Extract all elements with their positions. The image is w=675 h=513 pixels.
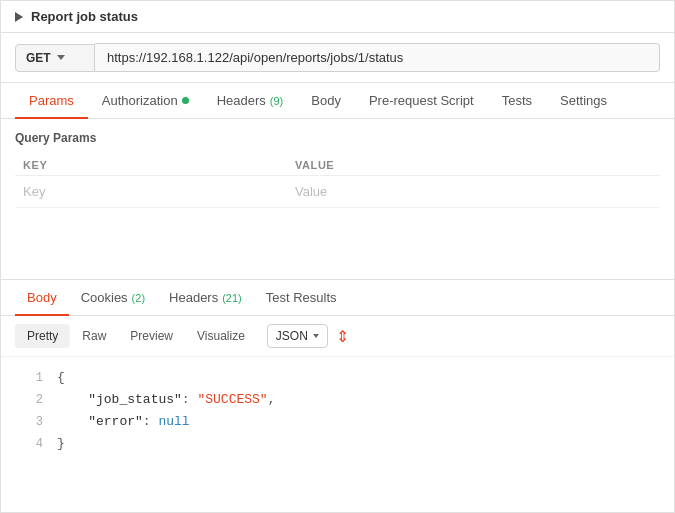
tab-settings[interactable]: Settings [546, 83, 621, 118]
json-label: JSON [276, 329, 308, 343]
code-content-3: "error": null [57, 411, 190, 433]
response-tab-test-results[interactable]: Test Results [254, 280, 349, 315]
report-header: Report job status [1, 1, 674, 33]
main-container: Report job status GET Params Authorizati… [0, 0, 675, 513]
code-line-1: 1 { [15, 367, 660, 389]
code-line-3: 3 "error": null [15, 411, 660, 433]
key-placeholder[interactable]: Key [15, 176, 287, 208]
key-column-header: KEY [15, 155, 287, 176]
response-tabs-bar: Body Cookies (2) Headers (21) Test Resul… [1, 280, 674, 316]
response-tab-cookies[interactable]: Cookies (2) [69, 280, 157, 315]
code-content-2: "job_status": "SUCCESS", [57, 389, 275, 411]
query-params-section: Query Params KEY VALUE Key Value [1, 119, 674, 279]
format-visualize-button[interactable]: Visualize [185, 324, 257, 348]
url-input[interactable] [95, 43, 660, 72]
method-dropdown-arrow [57, 55, 65, 60]
response-section: Body Cookies (2) Headers (21) Test Resul… [1, 279, 674, 465]
format-pretty-button[interactable]: Pretty [15, 324, 70, 348]
line-number-3: 3 [15, 412, 43, 432]
method-selector[interactable]: GET [15, 44, 95, 72]
format-raw-button[interactable]: Raw [70, 324, 118, 348]
value-placeholder[interactable]: Value [287, 176, 660, 208]
code-line-2: 2 "job_status": "SUCCESS", [15, 389, 660, 411]
tab-params[interactable]: Params [15, 83, 88, 118]
response-tab-body[interactable]: Body [15, 280, 69, 315]
tab-tests[interactable]: Tests [488, 83, 546, 118]
tab-pre-request-script[interactable]: Pre-request Script [355, 83, 488, 118]
authorization-dot [182, 97, 189, 104]
code-line-4: 4 } [15, 433, 660, 455]
line-number-1: 1 [15, 368, 43, 388]
format-bar: Pretty Raw Preview Visualize JSON ⇕ [1, 316, 674, 357]
collapse-icon[interactable] [15, 12, 23, 22]
line-number-4: 4 [15, 434, 43, 454]
json-dropdown-arrow [313, 334, 319, 338]
response-body-code: 1 { 2 "job_status": "SUCCESS", 3 "error"… [1, 357, 674, 465]
url-bar: GET [1, 33, 674, 83]
method-label: GET [26, 51, 51, 65]
query-params-title: Query Params [15, 131, 660, 145]
table-row: Key Value [15, 176, 660, 208]
wrap-icon[interactable]: ⇕ [336, 327, 349, 346]
request-tabs-bar: Params Authorization Headers (9) Body Pr… [1, 83, 674, 119]
tab-authorization[interactable]: Authorization [88, 83, 203, 118]
params-table: KEY VALUE Key Value [15, 155, 660, 208]
report-title: Report job status [31, 9, 138, 24]
format-preview-button[interactable]: Preview [118, 324, 185, 348]
response-tab-headers[interactable]: Headers (21) [157, 280, 254, 315]
code-content-1: { [57, 367, 65, 389]
line-number-2: 2 [15, 390, 43, 410]
tab-headers[interactable]: Headers (9) [203, 83, 298, 118]
json-format-selector[interactable]: JSON [267, 324, 328, 348]
code-content-4: } [57, 433, 65, 455]
value-column-header: VALUE [287, 155, 660, 176]
tab-body[interactable]: Body [297, 83, 355, 118]
